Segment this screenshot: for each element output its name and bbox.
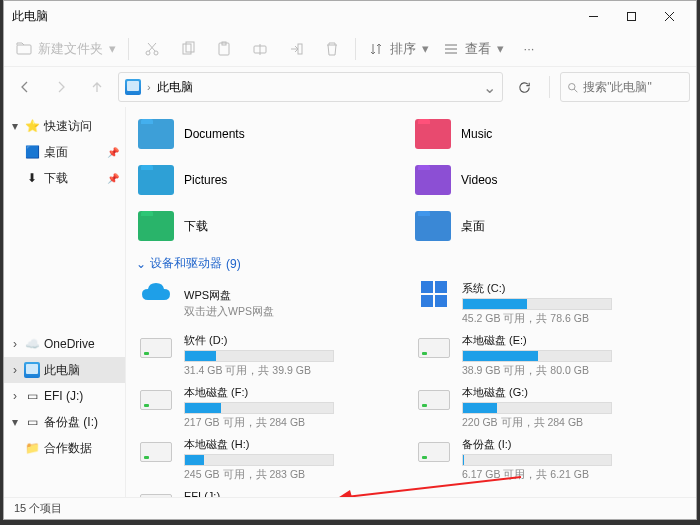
sidebar-onedrive[interactable]: ›☁️OneDrive (4, 331, 125, 357)
svg-rect-4 (17, 45, 31, 54)
folder-downloads[interactable]: 下载 (138, 205, 407, 247)
cut-icon (144, 41, 160, 57)
close-button[interactable] (650, 1, 688, 31)
share-icon (288, 41, 304, 57)
chevron-down-icon[interactable]: ⌄ (483, 78, 496, 97)
folder-icon: 📁 (24, 440, 40, 456)
pc-icon (125, 79, 141, 95)
downloads-icon (138, 211, 174, 241)
cut-button[interactable] (135, 33, 169, 65)
main-content: Documents Music Pictures Videos 下载 桌面 ⌄ … (126, 107, 696, 497)
maximize-button[interactable] (612, 1, 650, 31)
usage-bar (184, 454, 334, 466)
svg-point-5 (146, 51, 150, 55)
titlebar: 此电脑 (4, 1, 696, 31)
download-icon: ⬇ (24, 170, 40, 186)
svg-line-20 (574, 89, 577, 92)
drive-h[interactable]: 本地磁盘 (H:)245 GB 可用，共 283 GB (138, 434, 406, 484)
svg-line-8 (148, 43, 155, 51)
sidebar-downloads[interactable]: ⬇下载📌 (4, 165, 125, 191)
view-button[interactable]: 查看▾ (437, 33, 510, 65)
folder-documents[interactable]: Documents (138, 113, 407, 155)
drive-i[interactable]: 备份盘 (I:)6.17 GB 可用，共 6.21 GB (416, 434, 684, 484)
sort-button[interactable]: 排序▾ (362, 33, 435, 65)
svg-point-6 (154, 51, 158, 55)
copy-button[interactable] (171, 33, 205, 65)
drive-icon (140, 442, 172, 462)
window-title: 此电脑 (12, 8, 574, 25)
folders-grid: Documents Music Pictures Videos 下载 桌面 (138, 113, 696, 247)
drive-g[interactable]: 本地磁盘 (G:)220 GB 可用，共 284 GB (416, 382, 684, 432)
search-input[interactable] (583, 80, 683, 94)
cloud-icon: ☁️ (24, 336, 40, 352)
address-row: › 此电脑 ⌄ (4, 67, 696, 107)
drive-icon (418, 390, 450, 410)
sidebar-quick-access[interactable]: ▾⭐快速访问 (4, 113, 125, 139)
section-devices[interactable]: ⌄ 设备和驱动器 (9) (136, 255, 696, 272)
svg-rect-1 (627, 12, 635, 20)
view-icon (443, 41, 459, 57)
explorer-window: 此电脑 新建文件夹 ▾ 排序▾ 查看▾ ··· › 此电脑 ⌄ (3, 0, 697, 520)
pc-icon (24, 362, 40, 378)
drive-e[interactable]: 本地磁盘 (E:)38.9 GB 可用，共 80.0 GB (416, 330, 684, 380)
sidebar-backup[interactable]: ▾▭备份盘 (I:) (4, 409, 125, 435)
drive-d[interactable]: 软件 (D:)31.4 GB 可用，共 39.9 GB (138, 330, 406, 380)
refresh-button[interactable] (509, 72, 539, 102)
paste-button[interactable] (207, 33, 241, 65)
wps-cloud-icon (138, 278, 174, 310)
share-button[interactable] (279, 33, 313, 65)
folder-pictures[interactable]: Pictures (138, 159, 407, 201)
star-icon: ⭐ (24, 118, 40, 134)
sidebar-this-pc[interactable]: ›此电脑 (4, 357, 125, 383)
desktop-icon (415, 211, 451, 241)
documents-icon (138, 119, 174, 149)
sidebar-desktop[interactable]: 🟦桌面📌 (4, 139, 125, 165)
paste-icon (216, 41, 232, 57)
new-folder-icon (16, 41, 32, 57)
new-folder-button[interactable]: 新建文件夹 ▾ (10, 33, 122, 65)
videos-icon (415, 165, 451, 195)
drive-icon (140, 390, 172, 410)
search-box[interactable] (560, 72, 690, 102)
rename-button[interactable] (243, 33, 277, 65)
sidebar-coop[interactable]: 📁合作数据 (4, 435, 125, 461)
drive-icon (418, 442, 450, 462)
drive-icon: ▭ (24, 388, 40, 404)
pin-icon: 📌 (107, 173, 119, 184)
forward-button[interactable] (46, 72, 76, 102)
sidebar: ▾⭐快速访问 🟦桌面📌 ⬇下载📌 ›☁️OneDrive ›此电脑 ›▭EFI … (4, 107, 126, 497)
sort-icon (368, 41, 384, 57)
svg-line-7 (149, 43, 156, 51)
usage-bar (462, 402, 612, 414)
drive-icon: ▭ (24, 414, 40, 430)
pictures-icon (138, 165, 174, 195)
folder-desktop[interactable]: 桌面 (415, 205, 684, 247)
address-bar[interactable]: › 此电脑 ⌄ (118, 72, 503, 102)
music-icon (415, 119, 451, 149)
up-button[interactable] (82, 72, 112, 102)
drive-wps[interactable]: WPS网盘双击进入WPS网盘 (138, 278, 406, 328)
back-button[interactable] (10, 72, 40, 102)
search-icon (567, 81, 578, 94)
more-button[interactable]: ··· (512, 33, 546, 65)
usage-bar (184, 402, 334, 414)
drives-grid: WPS网盘双击进入WPS网盘 系统 (C:)45.2 GB 可用，共 78.6 … (138, 278, 696, 497)
folder-videos[interactable]: Videos (415, 159, 684, 201)
drive-j[interactable]: EFI (J:)109 MB 可用，共 449 MB (138, 486, 406, 497)
drive-c[interactable]: 系统 (C:)45.2 GB 可用，共 78.6 GB (416, 278, 684, 328)
drive-f[interactable]: 本地磁盘 (F:)217 GB 可用，共 284 GB (138, 382, 406, 432)
minimize-button[interactable] (574, 1, 612, 31)
folder-music[interactable]: Music (415, 113, 684, 155)
chevron-down-icon: ⌄ (136, 257, 146, 271)
desktop-icon: 🟦 (24, 144, 40, 160)
status-bar: 15 个项目 (4, 497, 696, 519)
pin-icon: 📌 (107, 147, 119, 158)
breadcrumb[interactable]: 此电脑 (157, 79, 193, 96)
copy-icon (180, 41, 196, 57)
sidebar-efi[interactable]: ›▭EFI (J:) (4, 383, 125, 409)
drive-icon (140, 338, 172, 358)
usage-bar (462, 298, 612, 310)
windows-icon (416, 278, 452, 310)
usage-bar (462, 350, 612, 362)
delete-button[interactable] (315, 33, 349, 65)
